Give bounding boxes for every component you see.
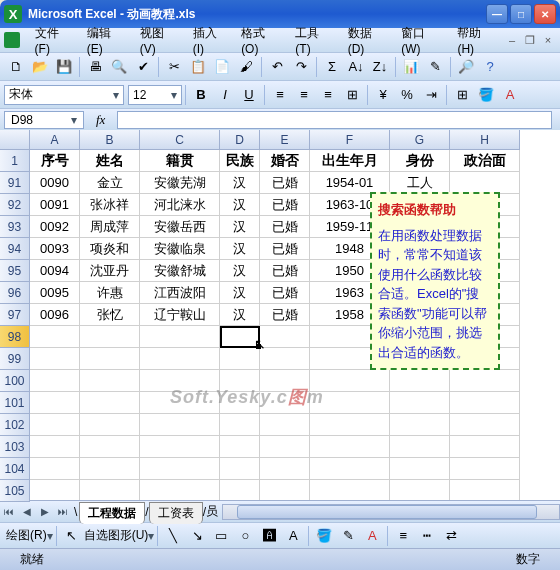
sum-icon[interactable]: Σ — [321, 56, 343, 78]
wordart-icon[interactable]: A — [282, 525, 304, 547]
cell[interactable]: 姓名 — [80, 150, 140, 172]
font-color-icon[interactable]: A — [499, 84, 521, 106]
cell[interactable]: 张忆 — [80, 304, 140, 326]
undo-icon[interactable]: ↶ — [266, 56, 288, 78]
cell[interactable]: 安徽芜湖 — [140, 172, 220, 194]
save-icon[interactable]: 💾 — [53, 56, 75, 78]
cell[interactable] — [140, 436, 220, 458]
cell[interactable] — [310, 414, 390, 436]
menu-help[interactable]: 帮助(H) — [451, 22, 503, 59]
open-icon[interactable]: 📂 — [29, 56, 51, 78]
cell[interactable] — [450, 458, 520, 480]
cell[interactable]: 序号 — [30, 150, 80, 172]
zoom-icon[interactable]: 🔎 — [455, 56, 477, 78]
row-header[interactable]: 92 — [0, 194, 30, 216]
merge-icon[interactable]: ⊞ — [341, 84, 363, 106]
cell[interactable]: 1954-01 — [310, 172, 390, 194]
rect-icon[interactable]: ▭ — [210, 525, 232, 547]
spell-icon[interactable]: ✔ — [132, 56, 154, 78]
cell[interactable]: 政治面 — [450, 150, 520, 172]
fill-color-icon[interactable]: 🪣 — [475, 84, 497, 106]
cell[interactable]: 0093 — [30, 238, 80, 260]
cell[interactable] — [30, 348, 80, 370]
cell[interactable]: 汉 — [220, 172, 260, 194]
row-header[interactable]: 102 — [0, 414, 30, 436]
cell[interactable] — [80, 414, 140, 436]
cell[interactable]: 0094 — [30, 260, 80, 282]
cell[interactable]: 0096 — [30, 304, 80, 326]
select-all-corner[interactable] — [0, 130, 30, 150]
cell[interactable] — [260, 348, 310, 370]
cell[interactable] — [30, 458, 80, 480]
cell[interactable] — [30, 392, 80, 414]
row-header[interactable]: 91 — [0, 172, 30, 194]
cell[interactable] — [140, 326, 220, 348]
borders-icon[interactable]: ⊞ — [451, 84, 473, 106]
col-header[interactable]: D — [220, 130, 260, 150]
row-header[interactable]: 104 — [0, 458, 30, 480]
cell[interactable]: 辽宁鞍山 — [140, 304, 220, 326]
cell[interactable] — [30, 414, 80, 436]
cell[interactable]: 已婚 — [260, 194, 310, 216]
paste-icon[interactable]: 📄 — [211, 56, 233, 78]
cell[interactable]: 安徽岳西 — [140, 216, 220, 238]
cell[interactable]: 籍贯 — [140, 150, 220, 172]
menu-insert[interactable]: 插入(I) — [187, 22, 233, 59]
underline-icon[interactable]: U — [238, 84, 260, 106]
cell[interactable] — [80, 480, 140, 500]
cell[interactable] — [80, 436, 140, 458]
doc-close-button[interactable]: × — [540, 33, 556, 47]
arrow-style-icon[interactable]: ⇄ — [440, 525, 462, 547]
cell[interactable] — [220, 414, 260, 436]
cell[interactable] — [30, 436, 80, 458]
menu-tools[interactable]: 工具(T) — [289, 22, 339, 59]
cell[interactable]: 安徽临泉 — [140, 238, 220, 260]
line-style-icon[interactable]: ≡ — [392, 525, 414, 547]
cell[interactable] — [260, 414, 310, 436]
arrow-icon[interactable]: ↘ — [186, 525, 208, 547]
col-header[interactable]: C — [140, 130, 220, 150]
cell[interactable]: 周成萍 — [80, 216, 140, 238]
menu-data[interactable]: 数据(D) — [342, 22, 394, 59]
cell[interactable] — [140, 348, 220, 370]
cell[interactable] — [390, 370, 450, 392]
cell[interactable] — [80, 348, 140, 370]
cell[interactable] — [450, 414, 520, 436]
print-icon[interactable]: 🖶 — [84, 56, 106, 78]
row-header[interactable]: 101 — [0, 392, 30, 414]
cell[interactable] — [260, 326, 310, 348]
row-header[interactable]: 99 — [0, 348, 30, 370]
cell[interactable]: 张冰祥 — [80, 194, 140, 216]
textbox-icon[interactable]: 🅰 — [258, 525, 280, 547]
tab-nav-prev[interactable]: ◀ — [18, 504, 36, 520]
cell[interactable] — [80, 392, 140, 414]
row-header[interactable]: 98 — [0, 326, 30, 348]
cell[interactable]: 已婚 — [260, 172, 310, 194]
cell[interactable]: 0091 — [30, 194, 80, 216]
line-color-icon[interactable]: ✎ — [337, 525, 359, 547]
cell[interactable] — [220, 348, 260, 370]
col-header[interactable]: F — [310, 130, 390, 150]
cell[interactable] — [450, 392, 520, 414]
cell[interactable] — [310, 436, 390, 458]
col-header[interactable]: E — [260, 130, 310, 150]
cell[interactable] — [390, 414, 450, 436]
menu-file[interactable]: 文件(F) — [29, 22, 79, 59]
cell[interactable] — [390, 458, 450, 480]
cell[interactable]: 项炎和 — [80, 238, 140, 260]
cell[interactable] — [310, 480, 390, 500]
cell[interactable] — [140, 458, 220, 480]
align-left-icon[interactable]: ≡ — [269, 84, 291, 106]
row-header[interactable]: 100 — [0, 370, 30, 392]
cell[interactable]: 沈亚丹 — [80, 260, 140, 282]
cell[interactable] — [450, 172, 520, 194]
new-icon[interactable]: 🗋 — [5, 56, 27, 78]
row-header[interactable]: 1 — [0, 150, 30, 172]
indent-icon[interactable]: ⇥ — [420, 84, 442, 106]
cell[interactable] — [30, 326, 80, 348]
sheet-tab-other[interactable]: 工资表 — [149, 502, 203, 524]
cell[interactable] — [260, 480, 310, 500]
cell[interactable] — [220, 436, 260, 458]
font-size-select[interactable]: 12▾ — [128, 85, 182, 105]
chart-icon[interactable]: 📊 — [400, 56, 422, 78]
